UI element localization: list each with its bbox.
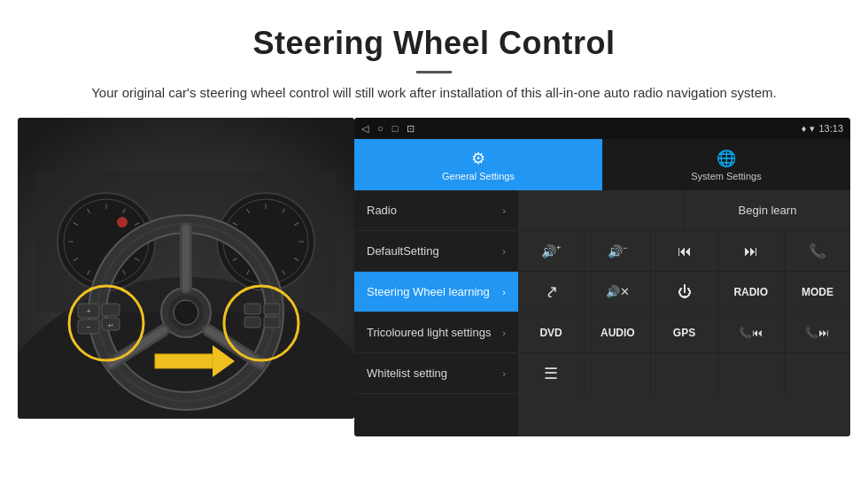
- menu-default-label: DefaultSetting: [367, 244, 439, 258]
- mute-button[interactable]: 🔊✕: [585, 272, 651, 312]
- dvd-button[interactable]: DVD: [518, 312, 585, 352]
- phone-button[interactable]: 📞: [785, 231, 850, 271]
- mode-button[interactable]: MODE: [785, 272, 850, 312]
- svg-text:+: +: [87, 307, 91, 315]
- vol-down-button[interactable]: 🔊−: [585, 231, 651, 271]
- empty-btn-4: [785, 353, 850, 394]
- prev-track-button[interactable]: ⏮: [651, 231, 717, 271]
- chevron-icon-steering: ›: [502, 287, 506, 297]
- control-row-4: ☰: [518, 353, 850, 394]
- screenshot-icon[interactable]: ⊡: [407, 123, 415, 135]
- status-bar: ◁ ○ □ ⊡ ♦ ▾ 13:13: [354, 118, 850, 139]
- hangup-button[interactable]: ↩: [518, 272, 585, 312]
- vol-up-button[interactable]: 🔊+: [518, 231, 585, 271]
- vol-down-icon: 🔊−: [608, 243, 627, 258]
- status-bar-left: ◁ ○ □ ⊡: [361, 123, 415, 135]
- control-row-1: 🔊+ 🔊− ⏮ ⏭ 📞: [518, 231, 850, 272]
- settings-area: Radio › DefaultSetting › Steering Wheel …: [354, 190, 850, 436]
- svg-rect-57: [264, 317, 280, 328]
- next-track-button[interactable]: ⏭: [718, 231, 785, 271]
- steering-wheel-svg: + − ↩: [18, 118, 354, 419]
- chevron-icon-tricolour: ›: [502, 328, 506, 338]
- power-icon: ⏻: [678, 284, 692, 300]
- gps-button[interactable]: GPS: [651, 312, 717, 352]
- menu-item-radio[interactable]: Radio ›: [354, 190, 518, 231]
- radio-label: RADIO: [733, 286, 768, 298]
- radio-button[interactable]: RADIO: [718, 272, 785, 312]
- menu-steering-label: Steering Wheel learning: [367, 285, 490, 298]
- svg-rect-56: [244, 317, 260, 328]
- empty-btn-2: [651, 353, 717, 394]
- car-image: + − ↩: [18, 118, 354, 419]
- begin-learn-button[interactable]: Begin learn: [684, 190, 850, 230]
- tel-next-button[interactable]: 📞⏭: [785, 312, 850, 352]
- page-wrapper: Steering Wheel Control Your original car…: [0, 0, 868, 436]
- page-title: Steering Wheel Control: [35, 25, 833, 62]
- menu-item-whitelist[interactable]: Whitelist setting ›: [354, 353, 518, 394]
- tab-general[interactable]: ⚙ General Settings: [354, 139, 602, 190]
- signal-icon: ▾: [810, 123, 815, 135]
- menu-item-default[interactable]: DefaultSetting ›: [354, 231, 518, 272]
- mute-icon: 🔊✕: [606, 285, 630, 298]
- device-ui: ◁ ○ □ ⊡ ♦ ▾ 13:13 ⚙ General Settings: [354, 118, 850, 436]
- vol-up-icon: 🔊+: [541, 243, 561, 258]
- tabs-bar: ⚙ General Settings 🌐 System Settings: [354, 139, 850, 190]
- empty-btn-1: [585, 353, 651, 394]
- menu-tricolour-label: Tricoloured light settings: [367, 326, 491, 339]
- control-row-2: ↩ 🔊✕ ⏻ RADIO MODE: [518, 272, 850, 312]
- list-icon: ☰: [544, 364, 558, 383]
- next-track-icon: ⏭: [744, 243, 758, 259]
- chevron-icon-whitelist: ›: [502, 368, 506, 379]
- svg-rect-50: [102, 304, 120, 316]
- chevron-icon-default: ›: [502, 246, 506, 257]
- tel-next-icon: 📞⏭: [805, 327, 829, 339]
- menu-radio-label: Radio: [367, 204, 397, 217]
- title-divider: [416, 71, 452, 73]
- location-icon: ♦: [802, 123, 807, 134]
- menu-item-steering[interactable]: Steering Wheel learning ›: [354, 272, 518, 312]
- clock: 13:13: [818, 123, 843, 134]
- tel-prev-button[interactable]: 📞⏮: [718, 312, 785, 352]
- general-settings-icon: ⚙: [471, 149, 485, 168]
- home-nav-icon[interactable]: ○: [377, 123, 384, 134]
- page-header: Steering Wheel Control Your original car…: [0, 0, 868, 118]
- tab-system[interactable]: 🌐 System Settings: [602, 139, 850, 190]
- main-content: + − ↩: [18, 118, 850, 436]
- recent-nav-icon[interactable]: □: [392, 123, 399, 134]
- power-button[interactable]: ⏻: [651, 272, 717, 312]
- control-row-0: Begin learn: [518, 190, 850, 231]
- svg-rect-54: [244, 304, 260, 314]
- phone-icon: 📞: [809, 243, 826, 259]
- system-settings-icon: 🌐: [717, 149, 736, 168]
- audio-button[interactable]: AUDIO: [585, 312, 651, 352]
- page-subtitle: Your original car's steering wheel contr…: [89, 82, 779, 104]
- prev-track-icon: ⏮: [678, 243, 692, 259]
- svg-text:−: −: [87, 323, 91, 331]
- list-icon-button[interactable]: ☰: [518, 353, 585, 394]
- svg-text:↩: ↩: [108, 322, 113, 328]
- gps-label: GPS: [673, 327, 695, 339]
- empty-btn-3: [718, 353, 785, 394]
- chevron-icon-radio: ›: [502, 205, 506, 216]
- tab-system-label: System Settings: [691, 171, 761, 181]
- control-panel: Begin learn 🔊+ 🔊− ⏮: [518, 190, 850, 436]
- tel-prev-icon: 📞⏮: [739, 327, 763, 339]
- empty-cell-0: [518, 190, 684, 230]
- svg-point-18: [117, 217, 128, 228]
- svg-rect-58: [155, 354, 213, 368]
- dvd-label: DVD: [539, 327, 562, 339]
- svg-point-38: [174, 300, 198, 325]
- settings-menu: Radio › DefaultSetting › Steering Wheel …: [354, 190, 518, 436]
- tab-general-label: General Settings: [442, 171, 515, 181]
- svg-rect-55: [264, 304, 280, 314]
- menu-whitelist-label: Whitelist setting: [367, 366, 447, 380]
- menu-item-tricolour[interactable]: Tricoloured light settings ›: [354, 312, 518, 353]
- hangup-icon: ↩: [539, 280, 562, 303]
- control-row-3: DVD AUDIO GPS 📞⏮ 📞⏭: [518, 312, 850, 353]
- status-bar-right: ♦ ▾ 13:13: [802, 123, 843, 135]
- audio-label: AUDIO: [601, 327, 635, 339]
- back-nav-icon[interactable]: ◁: [361, 123, 368, 135]
- mode-label: MODE: [802, 286, 833, 298]
